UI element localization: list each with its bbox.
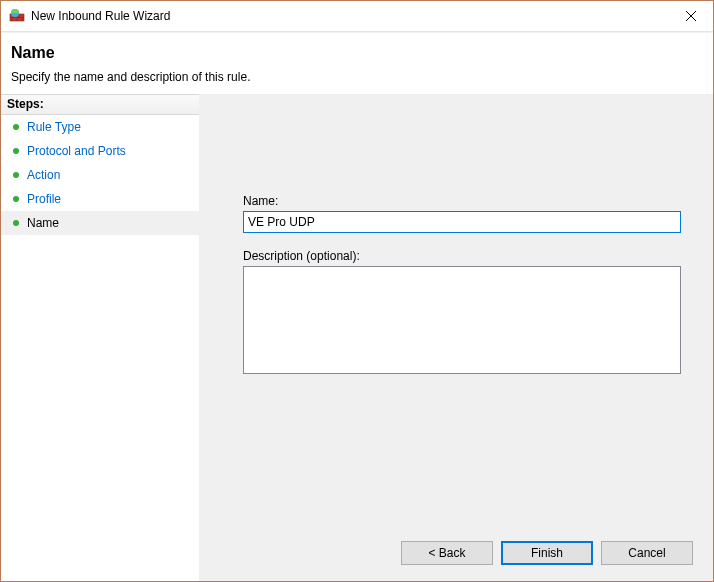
bullet-icon	[13, 124, 19, 130]
window-title: New Inbound Rule Wizard	[31, 9, 668, 23]
description-input[interactable]	[243, 266, 681, 374]
main-panel: Name: Description (optional): < Back Fin…	[199, 94, 713, 581]
step-action[interactable]: Action	[1, 163, 199, 187]
steps-header: Steps:	[1, 94, 199, 115]
firewall-icon	[9, 8, 25, 24]
bullet-icon	[13, 196, 19, 202]
bullet-icon	[13, 220, 19, 226]
back-button[interactable]: < Back	[401, 541, 493, 565]
step-name[interactable]: Name	[1, 211, 199, 235]
cancel-button[interactable]: Cancel	[601, 541, 693, 565]
name-label: Name:	[243, 194, 683, 208]
wizard-header: Name Specify the name and description of…	[1, 32, 713, 94]
titlebar: New Inbound Rule Wizard	[1, 1, 713, 32]
step-rule-type[interactable]: Rule Type	[1, 115, 199, 139]
page-subtitle: Specify the name and description of this…	[11, 70, 703, 84]
page-title: Name	[11, 44, 703, 62]
wizard-window: New Inbound Rule Wizard Name Specify the…	[0, 0, 714, 582]
description-label: Description (optional):	[243, 249, 683, 263]
name-input[interactable]	[243, 211, 681, 233]
step-protocol-ports[interactable]: Protocol and Ports	[1, 139, 199, 163]
step-label: Name	[27, 216, 59, 230]
form-area: Name: Description (optional):	[199, 94, 713, 377]
step-link[interactable]: Rule Type	[27, 120, 81, 134]
close-icon	[686, 11, 696, 21]
finish-button[interactable]: Finish	[501, 541, 593, 565]
step-link[interactable]: Protocol and Ports	[27, 144, 126, 158]
bullet-icon	[13, 148, 19, 154]
step-profile[interactable]: Profile	[1, 187, 199, 211]
steps-sidebar: Steps: Rule Type Protocol and Ports Acti…	[1, 94, 199, 581]
wizard-footer: < Back Finish Cancel	[199, 533, 713, 581]
close-button[interactable]	[668, 1, 713, 31]
step-link[interactable]: Action	[27, 168, 60, 182]
step-link[interactable]: Profile	[27, 192, 61, 206]
content-split: Steps: Rule Type Protocol and Ports Acti…	[1, 94, 713, 581]
bullet-icon	[13, 172, 19, 178]
